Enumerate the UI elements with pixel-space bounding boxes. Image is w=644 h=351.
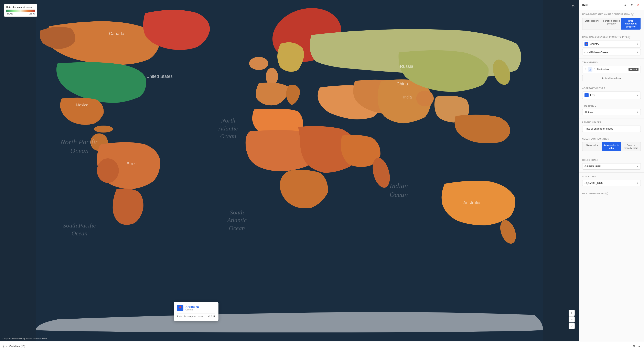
scale-type-section: Scale Type SQUARE_ROOT ▼ bbox=[579, 173, 644, 189]
tab-function-backed[interactable]: Function-backed property bbox=[602, 18, 621, 30]
transform-drag-handle[interactable]: ⠿ bbox=[584, 68, 586, 71]
non-aggregated-section: Non-aggregated Value Configuration ? Sta… bbox=[579, 10, 644, 33]
svg-text:Ocean: Ocean bbox=[72, 230, 88, 237]
aggregation-label: Aggregation Type bbox=[582, 87, 641, 90]
map-legend: Rate of change of cases -86,759 165,00 bbox=[4, 4, 37, 17]
time-range-section: Time Range All time ▼ bbox=[579, 102, 644, 118]
color-scale-label: Color Scale bbox=[582, 159, 641, 161]
base-time-help-icon[interactable]: ? bbox=[628, 36, 631, 38]
output-badge: Output bbox=[628, 68, 638, 71]
popup-field-value: -1,218 bbox=[208, 315, 215, 318]
tab-color-by-property[interactable]: Color by property value bbox=[622, 142, 640, 151]
legend-header-section: Legend Header bbox=[579, 118, 644, 135]
add-transform-plus-icon: ⊕ bbox=[602, 77, 604, 80]
legend-max: 165,00 bbox=[28, 13, 35, 15]
svg-text:China: China bbox=[396, 82, 408, 86]
popup-data-row: Rate of change of cases -1,218 bbox=[177, 315, 215, 318]
transform-icon: △ bbox=[588, 67, 592, 72]
zoom-fit-button[interactable]: ⤢ bbox=[568, 323, 575, 329]
color-config-tabs: Single color Auto-scaled by value Color … bbox=[582, 142, 641, 151]
panel-header-actions: ▲ ▼ ✕ bbox=[623, 2, 641, 7]
panel-header: Item ▲ ▼ ✕ bbox=[579, 0, 644, 10]
panel-close-button[interactable]: ✕ bbox=[636, 2, 641, 7]
transforms-section: Transforms ⠿ △ 1. Derivative Output ⊕ Ad… bbox=[579, 58, 644, 84]
legend-gradient bbox=[6, 10, 35, 12]
svg-text:South: South bbox=[230, 209, 244, 216]
cases-dropdown-inner: covid19 New Cases bbox=[584, 51, 608, 54]
cases-dropdown[interactable]: covid19 New Cases ▼ bbox=[582, 49, 641, 56]
base-time-label: Base Time-Dependent Property Type ? bbox=[582, 36, 641, 38]
popup-field-label: Rate of change of cases bbox=[177, 315, 203, 318]
aggregation-arrow: ▼ bbox=[636, 94, 638, 96]
svg-point-2 bbox=[249, 57, 268, 70]
legend-values: -86,759 165,00 bbox=[6, 13, 35, 15]
panel-down-button[interactable]: ▼ bbox=[629, 2, 634, 7]
country-dropdown[interactable]: 📍 Country ▼ bbox=[582, 40, 641, 48]
cases-dropdown-value: covid19 New Cases bbox=[584, 51, 608, 54]
popup-info: Argentina Country bbox=[186, 305, 199, 311]
main-layout: North Pacific Ocean North Atlantic Ocean… bbox=[0, 0, 644, 341]
zoom-controls: + − ⤢ bbox=[568, 310, 575, 329]
tab-static-property[interactable]: Static property bbox=[582, 18, 602, 30]
svg-text:Australia: Australia bbox=[463, 200, 480, 205]
tab-single-color[interactable]: Single color bbox=[582, 142, 602, 151]
svg-text:Indian: Indian bbox=[390, 182, 408, 190]
add-transform-button[interactable]: ⊕ Add transform bbox=[582, 75, 641, 81]
cases-dropdown-arrow: ▼ bbox=[636, 51, 638, 54]
map-attribution: © Mapbox © OpenStreetMap Improve this ma… bbox=[2, 338, 47, 340]
zoom-in-button[interactable]: + bbox=[568, 310, 575, 316]
bottom-bar: {x} Variables (13) ⚑ ▲ bbox=[0, 341, 644, 351]
base-time-dependent-section: Base Time-Dependent Property Type ? 📍 Co… bbox=[579, 33, 644, 58]
legend-header-input[interactable] bbox=[582, 126, 641, 132]
variables-icon: {x} bbox=[3, 345, 6, 348]
transforms-label: Transforms bbox=[582, 61, 641, 64]
time-range-value: All time bbox=[584, 111, 593, 114]
color-scale-dropdown[interactable]: GREEN_RED ▼ bbox=[582, 163, 641, 170]
svg-text:Ocean: Ocean bbox=[229, 224, 245, 231]
svg-text:Atlantic: Atlantic bbox=[227, 217, 246, 224]
scale-type-value: SQUARE_ROOT bbox=[584, 182, 605, 184]
legend-min: -86,759 bbox=[6, 13, 13, 15]
tab-auto-scaled[interactable]: Auto-scaled by value bbox=[602, 142, 621, 151]
gear-icon[interactable]: ⚙ bbox=[572, 4, 575, 8]
time-range-dropdown[interactable]: All time ▼ bbox=[582, 109, 641, 115]
panel-up-button[interactable]: ▲ bbox=[623, 2, 628, 7]
country-dropdown-value: Country bbox=[590, 42, 599, 46]
aggregation-dropdown-inner: L Last bbox=[584, 93, 595, 97]
variables-collapse-button[interactable]: ▲ bbox=[638, 344, 641, 348]
svg-text:Russia: Russia bbox=[400, 64, 413, 69]
popup-title: Argentina bbox=[186, 305, 199, 308]
max-lower-bound-help-icon[interactable]: ? bbox=[605, 192, 608, 195]
color-scale-value: GREEN_RED bbox=[584, 165, 601, 168]
svg-text:Ocean: Ocean bbox=[70, 147, 89, 154]
svg-text:Mexico: Mexico bbox=[76, 103, 88, 107]
max-lower-bound-label: Max Lower Bound ? bbox=[582, 192, 641, 195]
svg-text:United States: United States bbox=[146, 74, 172, 79]
map-container: North Pacific Ocean North Atlantic Ocean… bbox=[0, 0, 579, 341]
svg-text:Atlantic: Atlantic bbox=[218, 125, 238, 132]
tab-time-dependent[interactable]: Time-dependent property bbox=[622, 18, 640, 30]
color-config-label: Color Configuration bbox=[582, 138, 641, 140]
svg-text:Canada: Canada bbox=[109, 31, 124, 36]
svg-text:North: North bbox=[221, 117, 235, 124]
color-config-section: Color Configuration Single color Auto-sc… bbox=[579, 135, 644, 156]
svg-text:Ocean: Ocean bbox=[390, 190, 408, 198]
svg-text:North Pacific: North Pacific bbox=[60, 138, 98, 146]
variables-actions: ⚑ ▲ bbox=[632, 344, 641, 348]
transform-item-derivative: ⠿ △ 1. Derivative Output bbox=[582, 66, 641, 74]
max-lower-bound-section: Max Lower Bound ? bbox=[579, 189, 644, 200]
scale-type-dropdown[interactable]: SQUARE_ROOT ▼ bbox=[582, 180, 641, 186]
last-icon: L bbox=[584, 93, 588, 97]
variables-filter-button[interactable]: ⚑ bbox=[632, 344, 636, 348]
country-dropdown-inner: 📍 Country bbox=[584, 42, 599, 46]
popup-header: 📍 Argentina Country bbox=[177, 305, 215, 311]
aggregation-section: Aggregation Type L Last ▼ bbox=[579, 84, 644, 102]
country-dropdown-arrow: ▼ bbox=[636, 43, 638, 45]
non-aggregated-help-icon[interactable]: ? bbox=[631, 13, 634, 16]
zoom-out-button[interactable]: − bbox=[568, 316, 575, 322]
variables-label: Variables (13) bbox=[9, 345, 25, 348]
popup-divider bbox=[177, 313, 215, 314]
scale-type-arrow: ▼ bbox=[636, 182, 638, 184]
aggregation-dropdown[interactable]: L Last ▼ bbox=[582, 92, 641, 99]
time-range-label: Time Range bbox=[582, 105, 641, 107]
